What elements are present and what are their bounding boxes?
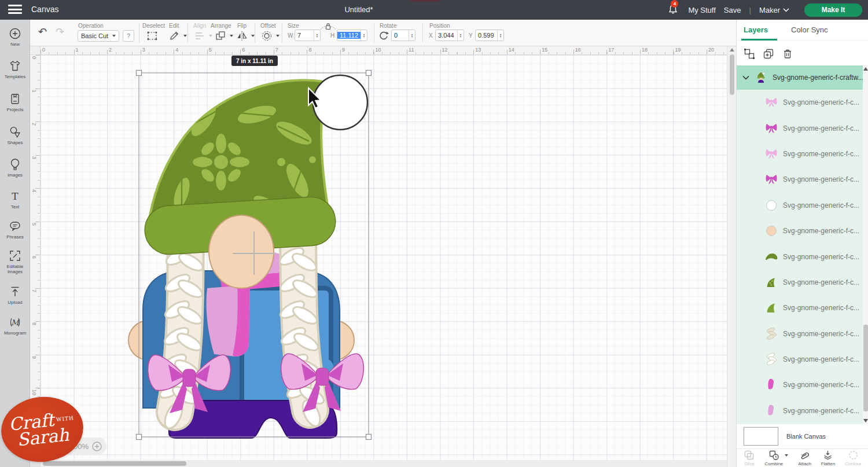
- help-button[interactable]: ?: [123, 30, 134, 42]
- sidebar-item-projects[interactable]: Projects: [0, 92, 30, 112]
- layer-row[interactable]: Svg-gnome-generic-f-c...: [737, 321, 863, 347]
- group-button[interactable]: [744, 48, 755, 60]
- flip-button[interactable]: [236, 30, 255, 42]
- flatten-button[interactable]: Flatten: [821, 450, 835, 466]
- width-label: W: [288, 32, 293, 39]
- layer-thumbnail: [764, 148, 778, 160]
- x-stepper[interactable]: ▴▾: [457, 30, 464, 41]
- layer-row[interactable]: Svg-gnome-generic-f-c...: [737, 244, 863, 269]
- flatten-icon: [822, 450, 833, 461]
- size-label: Size: [288, 23, 299, 29]
- delete-button[interactable]: [782, 48, 793, 60]
- menu-icon[interactable]: [8, 5, 22, 15]
- duplicate-button[interactable]: [763, 48, 774, 60]
- combine-button[interactable]: Combine: [764, 450, 788, 466]
- layer-thumbnail: [764, 378, 778, 391]
- my-stuff-link[interactable]: My Stuff: [688, 6, 715, 14]
- y-label: Y: [469, 32, 473, 39]
- vscroll-thumb[interactable]: [730, 54, 734, 95]
- sidebar-item-editable-images[interactable]: Editable Images: [0, 249, 30, 274]
- height-stepper[interactable]: ▴▾: [361, 30, 367, 41]
- layer-row[interactable]: Svg-gnome-generic-f-c...: [737, 141, 863, 167]
- rotate-label: Rotate: [380, 23, 396, 29]
- operation-dropdown[interactable]: Basic Cut: [78, 30, 119, 42]
- layers-toolbar: [737, 43, 868, 65]
- layer-thumbnail: [764, 301, 778, 314]
- sidebar-item-monogram[interactable]: M Monogram: [0, 315, 30, 336]
- scroll-up-arrow[interactable]: [863, 67, 868, 71]
- contour-button[interactable]: Contour: [845, 450, 861, 466]
- arrange-button[interactable]: [214, 30, 233, 42]
- rotate-icon[interactable]: [378, 31, 389, 41]
- layer-row[interactable]: Svg-gnome-generic-f-c...: [737, 270, 863, 295]
- layer-label: Svg-gnome-generic-f-c...: [783, 175, 859, 183]
- design-canvas[interactable]: 01234567891011121314151617181920 0123456…: [30, 46, 736, 467]
- y-stepper[interactable]: ▴▾: [497, 30, 503, 41]
- rotate-stepper[interactable]: ▴▾: [409, 30, 415, 41]
- sidebar-item-phrases[interactable]: Phrases: [0, 219, 30, 240]
- layer-row[interactable]: Svg-gnome-generic-f-c...: [737, 372, 863, 398]
- layer-row[interactable]: Svg-gnome-generic-f-c...: [737, 115, 863, 141]
- align-button[interactable]: [193, 30, 212, 42]
- sidebar-item-images[interactable]: Images: [0, 157, 30, 178]
- horizontal-scrollbar[interactable]: [41, 460, 727, 467]
- sidebar-item-upload[interactable]: Upload: [0, 285, 30, 305]
- notifications-button[interactable]: 4: [667, 3, 680, 16]
- make-it-button[interactable]: Make It: [804, 3, 862, 17]
- tab-layers[interactable]: Layers: [744, 25, 768, 34]
- gnome-artwork[interactable]: [30, 46, 736, 467]
- edit-button[interactable]: [168, 30, 187, 42]
- machine-selector[interactable]: Maker: [759, 6, 789, 14]
- attach-button[interactable]: Attach: [798, 450, 811, 466]
- layer-row[interactable]: Svg-gnome-generic-f-c...: [737, 295, 863, 321]
- tab-color-sync[interactable]: Color Sync: [791, 25, 828, 34]
- scroll-down-arrow[interactable]: [863, 419, 868, 422]
- zoom-in-icon[interactable]: [92, 442, 102, 451]
- layer-label: Svg-gnome-generic-f-c...: [783, 330, 859, 338]
- save-link[interactable]: Save: [724, 6, 741, 14]
- layer-row[interactable]: Svg-gnome-generic-f-c...: [737, 90, 863, 115]
- offset-button[interactable]: [260, 30, 279, 42]
- layer-group-header[interactable]: Svg-gnome-generic-f-craftw...: [737, 65, 868, 90]
- sidebar-item-shapes[interactable]: Shapes: [0, 125, 30, 145]
- layer-label: Svg-gnome-generic-f-c...: [783, 201, 859, 209]
- hscroll-thumb[interactable]: [43, 461, 186, 466]
- layer-row[interactable]: Svg-gnome-generic-f-c...: [737, 398, 863, 424]
- sidebar-item-text[interactable]: T Text: [0, 189, 30, 209]
- layer-thumbnail: [764, 173, 778, 186]
- combine-icon: [768, 450, 779, 461]
- x-field[interactable]: 3.044 ▴▾: [435, 30, 464, 41]
- width-stepper[interactable]: ▴▾: [314, 30, 320, 41]
- align-label: Align: [193, 23, 206, 29]
- document-title[interactable]: Untitled*: [312, 5, 405, 14]
- scroll-up-arrow[interactable]: [730, 48, 734, 52]
- rotate-field[interactable]: 0 ▴▾: [391, 30, 415, 41]
- layer-row[interactable]: Svg-gnome-generic-f-c...: [737, 218, 863, 244]
- y-field[interactable]: 0.599 ▴▾: [475, 30, 504, 41]
- redo-button[interactable]: ↷: [56, 25, 64, 38]
- blank-canvas-row[interactable]: Blank Canvas: [737, 424, 868, 448]
- sidebar-item-new[interactable]: New: [0, 27, 30, 47]
- layer-row[interactable]: Svg-gnome-generic-f-c...: [737, 167, 863, 192]
- height-label: H: [330, 32, 334, 39]
- toolbar-divider: [422, 23, 423, 43]
- align-icon: [193, 30, 206, 42]
- layer-row[interactable]: Svg-gnome-generic-f-c...: [737, 347, 863, 372]
- x-label: X: [429, 32, 433, 39]
- layer-thumbnail: [764, 251, 778, 263]
- layers-scroll-thumb[interactable]: [863, 325, 868, 411]
- undo-button[interactable]: ↶: [38, 25, 47, 38]
- vertical-scrollbar[interactable]: [727, 46, 736, 467]
- caret-down-icon: [112, 35, 116, 37]
- layer-thumbnail: [764, 96, 778, 109]
- layers-scrollbar[interactable]: [863, 65, 868, 424]
- lock-icon[interactable]: [319, 22, 337, 31]
- deselect-button[interactable]: [146, 30, 159, 42]
- height-field[interactable]: 11.112 ▴▾: [337, 30, 367, 41]
- sidebar-item-templates[interactable]: Templates: [0, 59, 30, 79]
- group-label: Svg-gnome-generic-f-craftw...: [773, 73, 863, 82]
- width-field[interactable]: 7 ▴▾: [295, 30, 321, 41]
- slice-button[interactable]: Slice: [744, 450, 755, 466]
- layer-row[interactable]: Svg-gnome-generic-f-c...: [737, 193, 863, 218]
- layer-label: Svg-gnome-generic-f-c...: [783, 304, 859, 312]
